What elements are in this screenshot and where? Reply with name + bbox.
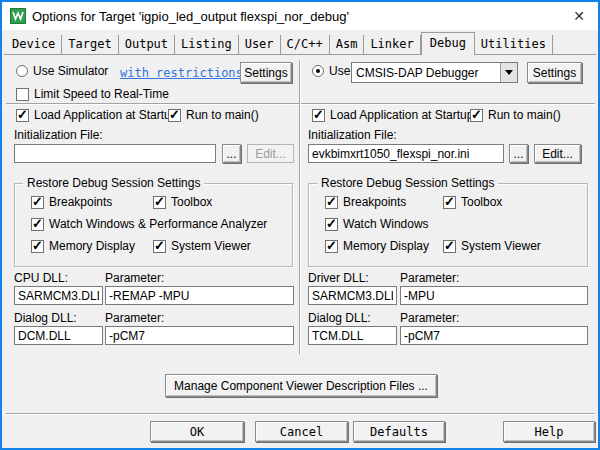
left-dialog-dll-label: Dialog DLL: <box>14 311 77 325</box>
panel-divider <box>299 60 301 354</box>
checkbox-box <box>443 196 456 209</box>
debugger-select[interactable]: CMSIS-DAP Debugger <box>351 62 518 83</box>
ok-button[interactable]: OK <box>150 421 244 442</box>
right-init-file-input[interactable] <box>308 144 504 163</box>
radio-circle <box>16 65 28 77</box>
tab-output[interactable]: Output <box>119 35 175 55</box>
cpu-param-label: Parameter: <box>105 271 164 285</box>
right-dialog-dll-input[interactable] <box>308 326 397 345</box>
checkbox-box <box>325 196 338 209</box>
checkbox-box <box>325 240 338 253</box>
with-restrictions-link[interactable]: with restrictions <box>120 66 243 80</box>
right-init-file-label: Initialization File: <box>308 128 397 142</box>
left-dialog-dll-input[interactable] <box>14 326 103 345</box>
checkbox-box <box>31 196 44 209</box>
driver-param-label: Parameter: <box>400 271 459 285</box>
driver-dll-label: Driver DLL: <box>308 271 369 285</box>
left-toolbox-checkbox[interactable]: Toolbox <box>153 195 212 209</box>
right-memory-display-checkbox[interactable]: Memory Display <box>325 239 429 253</box>
tab-listing[interactable]: Listing <box>175 35 239 55</box>
left-run-to-main-checkbox[interactable]: Run to main() <box>168 108 259 122</box>
simulator-settings-button[interactable]: Settings <box>240 62 292 83</box>
uvision-icon <box>10 8 26 24</box>
right-restore-group-title: Restore Debug Session Settings <box>317 176 498 190</box>
tab-user[interactable]: User <box>239 35 281 55</box>
checkbox-box <box>153 240 166 253</box>
checkbox-box <box>325 218 338 231</box>
checkbox-box <box>16 88 29 101</box>
use-debugger-radio[interactable]: Use: <box>312 64 354 78</box>
checkbox-box <box>31 218 44 231</box>
cpu-dll-input[interactable] <box>14 286 103 305</box>
titlebar: Options for Target 'igpio_led_output fle… <box>2 2 598 30</box>
close-icon[interactable]: ✕ <box>568 5 590 27</box>
defaults-button[interactable]: Defaults <box>353 421 445 442</box>
tab-asm[interactable]: Asm <box>330 35 365 55</box>
right-dialog-dll-label: Dialog DLL: <box>308 311 371 325</box>
right-system-viewer-checkbox[interactable]: System Viewer <box>443 239 541 253</box>
debugger-settings-button[interactable]: Settings <box>527 62 582 83</box>
right-run-to-main-checkbox[interactable]: Run to main() <box>470 108 561 122</box>
left-init-file-label: Initialization File: <box>14 128 103 142</box>
checkbox-box <box>443 240 456 253</box>
chevron-down-icon <box>500 63 517 82</box>
tab-utilities[interactable]: Utilities <box>475 35 553 55</box>
cpu-dll-label: CPU DLL: <box>14 271 68 285</box>
left-breakpoints-checkbox[interactable]: Breakpoints <box>31 195 112 209</box>
tab-cpp[interactable]: C/C++ <box>281 35 330 55</box>
manage-component-viewer-button[interactable]: Manage Component Viewer Description File… <box>165 374 437 397</box>
left-system-viewer-checkbox[interactable]: System Viewer <box>153 239 251 253</box>
right-edit-button[interactable]: Edit... <box>534 144 581 163</box>
right-browse-button[interactable]: ... <box>509 144 528 163</box>
driver-param-input[interactable] <box>400 286 588 305</box>
left-load-app-checkbox[interactable]: Load Application at Startup <box>16 108 177 122</box>
right-toolbox-checkbox[interactable]: Toolbox <box>443 195 502 209</box>
left-watch-windows-checkbox[interactable]: Watch Windows & Performance Analyzer <box>31 217 267 231</box>
left-init-file-input[interactable] <box>14 144 216 163</box>
radio-circle <box>312 65 324 77</box>
right-restore-group: Restore Debug Session Settings Breakpoin… <box>308 183 588 267</box>
tabstrip: Device Target Output Listing User C/C++ … <box>6 32 594 55</box>
help-button[interactable]: Help <box>503 421 595 442</box>
checkbox-box <box>16 109 29 122</box>
left-restore-group: Restore Debug Session Settings Breakpoin… <box>14 183 293 267</box>
left-browse-button[interactable]: ... <box>222 144 241 163</box>
checkbox-box <box>31 240 44 253</box>
left-edit-button: Edit... <box>247 144 294 163</box>
checkbox-box <box>470 109 483 122</box>
checkbox-box <box>312 109 325 122</box>
left-dialog-param-input[interactable] <box>105 326 294 345</box>
cancel-button[interactable]: Cancel <box>255 421 348 442</box>
left-restore-group-title: Restore Debug Session Settings <box>23 176 204 190</box>
right-breakpoints-checkbox[interactable]: Breakpoints <box>325 195 406 209</box>
left-memory-display-checkbox[interactable]: Memory Display <box>31 239 135 253</box>
window-title: Options for Target 'igpio_led_output fle… <box>32 9 349 24</box>
limit-speed-checkbox[interactable]: Limit Speed to Real-Time <box>16 87 169 101</box>
tab-target[interactable]: Target <box>62 35 118 55</box>
checkbox-box <box>168 109 181 122</box>
checkbox-box <box>153 196 166 209</box>
footer-separator <box>6 413 595 415</box>
tab-device[interactable]: Device <box>6 35 62 55</box>
right-load-app-checkbox[interactable]: Load Application at Startup <box>312 108 473 122</box>
right-watch-windows-checkbox[interactable]: Watch Windows <box>325 217 429 231</box>
cpu-param-input[interactable] <box>105 286 294 305</box>
tab-linker[interactable]: Linker <box>364 35 420 55</box>
right-dialog-param-input[interactable] <box>400 326 588 345</box>
use-simulator-radio[interactable]: Use Simulator <box>16 64 108 78</box>
options-for-target-dialog: Options for Target 'igpio_led_output fle… <box>0 0 600 450</box>
tab-debug[interactable]: Debug <box>421 32 475 55</box>
driver-dll-input[interactable] <box>308 286 397 305</box>
right-dialog-param-label: Parameter: <box>400 311 459 325</box>
left-dialog-param-label: Parameter: <box>105 311 164 325</box>
